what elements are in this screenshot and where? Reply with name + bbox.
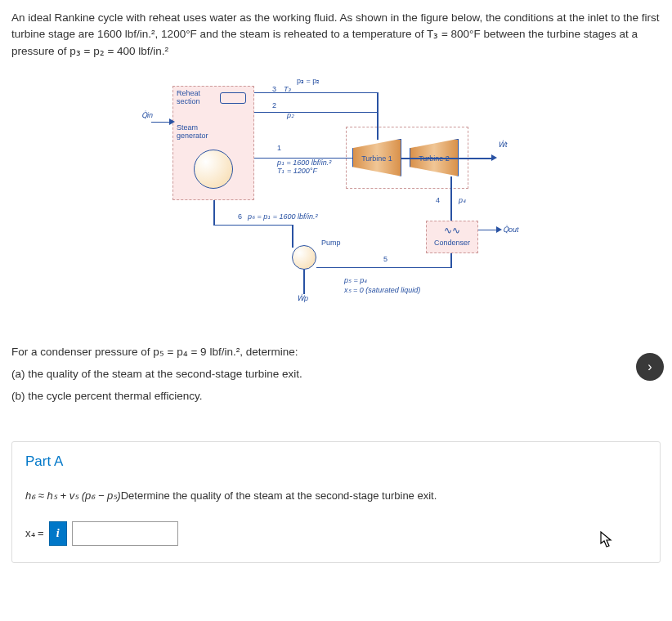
state-2: 2 <box>272 102 276 110</box>
p2-label: p₂ <box>287 112 294 120</box>
problem-text: An ideal Rankine cycle with reheat uses … <box>11 11 659 57</box>
next-button[interactable]: › <box>636 353 664 381</box>
line-6v2 <box>292 225 293 248</box>
state-1: 1 <box>277 145 281 153</box>
wp-label: Ẇp <box>297 295 308 303</box>
p1-T1: p₁ = 1600 lbf/in.² T₁ = 1200°F <box>277 159 331 176</box>
part-a-body: h₆ ≈ h₅ + v₅ (p₆ − p₅)Determine the qual… <box>12 481 660 562</box>
diagram-container: Reheat section Steam generator Q̇in p₃ =… <box>0 69 672 331</box>
hint-formula: h₆ ≈ h₅ + v₅ (p₆ − p₅) <box>25 489 121 502</box>
question-intro: For a condenser pressure of p₅ = p₄ = 9 … <box>11 341 661 363</box>
qout-line <box>478 230 496 231</box>
line-6v <box>213 200 215 226</box>
state-4: 4 <box>436 197 440 205</box>
line-5h <box>316 267 451 269</box>
info-button[interactable]: i <box>49 521 67 546</box>
shaft-line <box>401 158 491 159</box>
condenser-coil: ∿∿ <box>434 225 470 235</box>
line-2-in <box>254 112 377 114</box>
line-6h <box>213 225 293 226</box>
question-a: (a) the quality of the steam at the seco… <box>11 363 661 385</box>
wt-label: Ẇt <box>498 141 508 150</box>
p6-label: p₆ = p₁ = 1600 lbf/in.² <box>248 213 318 221</box>
state-6: 6 <box>238 213 242 221</box>
p5-label: p₅ = p₄ <box>344 277 367 285</box>
steam-gen-label: Steam generator <box>177 124 208 141</box>
x5-label: x₅ = 0 (saturated liquid) <box>344 287 420 295</box>
p3-eq-p2: p₃ = p₂ <box>297 78 320 86</box>
hint-text: Determine the quality of the steam at th… <box>121 489 437 502</box>
problem-statement: An ideal Rankine cycle with reheat uses … <box>0 0 672 69</box>
question-b: (b) the cycle percent thermal efficiency… <box>11 385 661 407</box>
state-5: 5 <box>383 256 388 264</box>
chevron-right-icon: › <box>647 360 652 374</box>
reheat-label: Reheat section <box>177 90 200 106</box>
qin-line <box>151 122 171 123</box>
state-3: 3 <box>272 86 276 94</box>
line-t1-to-2 <box>377 112 379 139</box>
line-4 <box>450 176 452 221</box>
pump-icon <box>292 245 316 270</box>
questions-block: For a condenser pressure of p₅ = p₄ = 9 … <box>0 331 672 417</box>
part-a-title: Part A <box>12 442 660 481</box>
reheat-coil <box>220 92 246 104</box>
p4-label: p₄ <box>459 197 466 205</box>
qin-label: Q̇in <box>141 112 153 120</box>
qin-arrow <box>169 118 175 125</box>
rankine-diagram: Reheat section Steam generator Q̇in p₃ =… <box>140 78 532 315</box>
answer-input[interactable] <box>72 521 178 546</box>
wp-line <box>303 270 305 294</box>
part-a-hint: h₆ ≈ h₅ + v₅ (p₆ − p₅)Determine the qual… <box>25 489 647 502</box>
answer-row: x₄ = i <box>25 521 647 546</box>
qout-label: Q̇out <box>503 226 519 235</box>
part-a-section: Part A h₆ ≈ h₅ + v₅ (p₆ − p₅)Determine t… <box>11 441 661 563</box>
answer-label: x₄ = <box>25 527 44 539</box>
T3-label: T₃ <box>284 86 292 94</box>
pump-label: Pump <box>321 239 341 248</box>
wt-arrow <box>491 154 497 161</box>
boiler-icon <box>194 150 233 189</box>
line-5v <box>450 253 452 268</box>
info-icon: i <box>56 527 60 540</box>
qout-arrow <box>496 226 502 233</box>
